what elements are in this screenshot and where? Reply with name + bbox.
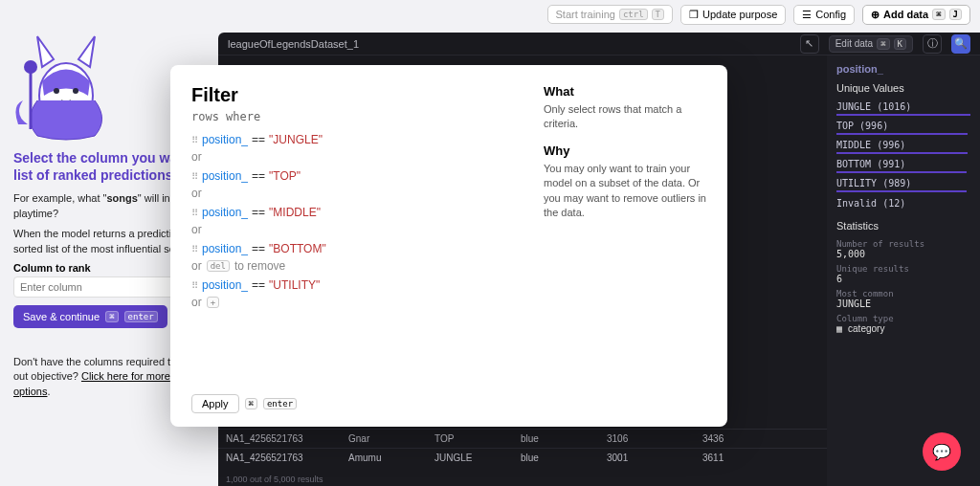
filter-condition[interactable]: ⠿ position_ == "BOTTOM" [191, 242, 515, 255]
help-fab[interactable]: 💬 [923, 432, 961, 471]
dataset-title: leagueOfLegendsDataset_1 [228, 38, 791, 50]
table-row[interactable]: NA1_4256521763Gnar TOPblue 31063436 [218, 429, 827, 448]
chat-icon: 💬 [932, 443, 951, 461]
stats-title: Statistics [836, 220, 970, 232]
or-separator: or [191, 187, 515, 200]
svg-point-2 [73, 88, 78, 94]
cube-icon: ❒ [689, 9, 699, 21]
filter-condition[interactable]: ⠿ position_ == "TOP" [191, 169, 515, 183]
update-purpose-button[interactable]: ❒ Update purpose [680, 5, 786, 25]
drag-handle-icon[interactable]: ⠿ [191, 135, 198, 145]
modal-subhead: rows where [191, 110, 515, 123]
modal-title: Filter [191, 84, 515, 106]
unique-value-row: JUNGLE (1016) [836, 101, 970, 116]
topbar: Start training ctrlT ❒ Update purpose ☰ … [538, 0, 980, 29]
what-text: Only select rows that match a criteria. [544, 102, 706, 132]
mascot-illustration [13, 29, 119, 144]
drag-handle-icon[interactable]: ⠿ [191, 208, 198, 218]
svg-point-1 [54, 88, 59, 94]
drag-handle-icon[interactable]: ⠿ [191, 280, 198, 291]
drag-handle-icon[interactable]: ⠿ [191, 244, 198, 254]
why-text: You may only want to train your model on… [544, 162, 706, 221]
drag-handle-icon[interactable]: ⠿ [191, 171, 198, 182]
unique-value-row: UTILITY (989) [836, 178, 970, 192]
info-icon[interactable]: ⓘ [923, 34, 942, 54]
table-row[interactable]: NA1_4256521763Amumu JUNGLEblue 30013611 [218, 448, 827, 467]
config-button[interactable]: ☰ Config [793, 5, 855, 25]
filter-condition[interactable]: ⠿ position_ == "MIDDLE" [191, 206, 515, 219]
or-separator: or [191, 150, 515, 164]
unique-value-row: TOP (996) [836, 121, 970, 135]
plus-icon: ⊕ [871, 9, 880, 21]
sliders-icon: ☰ [802, 9, 812, 21]
start-training-button[interactable]: Start training ctrlT [547, 5, 673, 24]
search-icon[interactable]: 🔍 [951, 34, 970, 54]
filter-condition[interactable]: ⠿ position_ == "JUNGLE" [191, 133, 515, 146]
column-inspector: position_ Unique Values JUNGLE (1016) TO… [827, 55, 980, 486]
invalid-count: Invalid (12) [836, 198, 970, 209]
filter-modal: Filter rows where ⠿ position_ == "JUNGLE… [170, 65, 727, 427]
or-separator: or [191, 223, 515, 236]
result-count: 1,000 out of 5,000 results [218, 473, 331, 486]
add-data-button[interactable]: ⊕ Add data ⌘J [862, 5, 970, 25]
cursor-icon[interactable]: ↖ [800, 34, 819, 54]
unique-values-title: Unique Values [836, 82, 970, 94]
or-delete-hint: or del to remove [191, 259, 515, 273]
svg-point-4 [24, 60, 37, 74]
apply-button[interactable]: Apply [191, 394, 239, 413]
inspector-col-name: position_ [836, 63, 970, 75]
or-add-hint: or + [191, 296, 515, 309]
unique-value-row: MIDDLE (996) [836, 140, 970, 154]
filter-condition[interactable]: ⠿ position_ == "UTILITY" [191, 278, 515, 292]
unique-value-row: BOTTOM (991) [836, 159, 970, 173]
data-table: NA1_4256521763Gnar TOPblue 31063436 NA1_… [218, 429, 827, 467]
why-heading: Why [544, 144, 706, 158]
add-condition-button[interactable]: + [207, 297, 219, 308]
save-continue-button[interactable]: Save & continue ⌘enter [13, 305, 167, 328]
edit-data-button[interactable]: Edit data ⌘ K [829, 35, 913, 53]
what-heading: What [544, 84, 706, 99]
